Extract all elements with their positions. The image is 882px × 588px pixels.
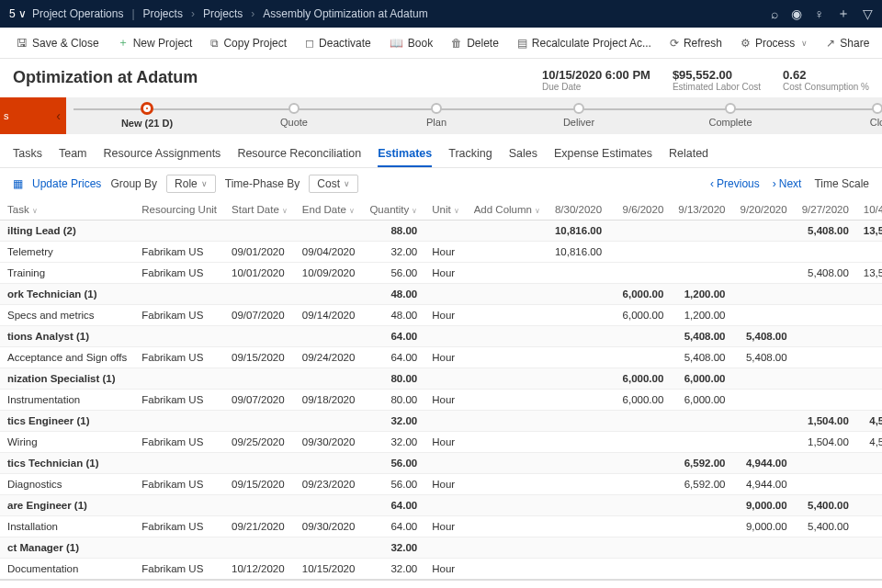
time-phase-label: Time-Phase By	[225, 177, 300, 190]
record-header: Optimization at Adatum 10/15/2020 6:00 P…	[0, 59, 882, 97]
group-by-label: Group By	[110, 177, 157, 190]
task-row[interactable]: TelemetryFabrikam US09/01/202009/04/2020…	[0, 242, 882, 263]
refresh-button[interactable]: ⟳Refresh	[662, 33, 729, 53]
task-row[interactable]: InstallationFabrikam US09/21/202009/30/2…	[0, 516, 882, 537]
grid-options-icon[interactable]: ▦	[13, 177, 23, 190]
col-date-2[interactable]: 9/13/2020	[671, 199, 732, 220]
task-row[interactable]: DocumentationFabrikam US10/12/202010/15/…	[0, 559, 882, 581]
tab-resource-reconciliation[interactable]: Resource Reconciliation	[237, 141, 361, 167]
col-unit[interactable]: Unit∨	[424, 199, 466, 220]
header-metric-0: 10/15/2020 6:00 PMDue Date	[542, 68, 650, 92]
estimates-toolbar: ▦ Update Prices Group By Role∨ Time-Phas…	[0, 168, 882, 199]
bpf-stage-5[interactable]: Clo	[850, 97, 882, 134]
tab-team[interactable]: Team	[59, 141, 87, 167]
bpf-collapse[interactable]: s‹	[0, 97, 66, 134]
copy-project-button[interactable]: ⧉Copy Project	[203, 33, 294, 53]
recalculate-button[interactable]: ▤Recalculate Project Ac...	[510, 33, 659, 53]
process-button[interactable]: ⚙Process∨	[733, 33, 815, 53]
topbar: 5 ∨ Project Operations | Projects › Proj…	[0, 0, 882, 28]
share-button[interactable]: ↗Share	[819, 33, 876, 53]
save-close-button[interactable]: 🖫Save & Close	[9, 33, 107, 53]
tab-expense-estimates[interactable]: Expense Estimates	[554, 141, 652, 167]
search-icon[interactable]: ⌕	[771, 6, 778, 21]
tab-resource-assignments[interactable]: Resource Assignments	[104, 141, 221, 167]
task-row[interactable]: WiringFabrikam US09/25/202009/30/202032.…	[0, 432, 882, 453]
col-start-date[interactable]: Start Date∨	[224, 199, 295, 220]
bpf-stage-1[interactable]: Quote	[266, 97, 322, 134]
bpf-stage-0[interactable]: New (21 D)	[119, 97, 175, 134]
col-end-date[interactable]: End Date∨	[295, 199, 363, 220]
task-row[interactable]: InstrumentationFabrikam US09/07/202009/1…	[0, 390, 882, 411]
totals-row: 10,816.0012,000.0019,200.0020,856.0015,3…	[0, 580, 882, 588]
tab-estimates[interactable]: Estimates	[378, 141, 432, 167]
bpf-stage-4[interactable]: Complete	[703, 97, 758, 134]
tab-related[interactable]: Related	[669, 141, 708, 167]
tab-tasks[interactable]: Tasks	[13, 141, 42, 167]
update-prices-button[interactable]: Update Prices	[32, 177, 101, 190]
col-date-0[interactable]: 8/30/2020	[548, 199, 609, 220]
next-button[interactable]: › Next	[773, 177, 802, 190]
group-by-select[interactable]: Role∨	[166, 175, 216, 193]
tab-sales[interactable]: Sales	[509, 141, 537, 167]
group-row[interactable]: are Engineer (1)64.009,000.005,400.00	[0, 495, 882, 516]
group-row[interactable]: nization Specialist (1)80.006,000.006,00…	[0, 368, 882, 390]
page-title: Optimization at Adatum	[13, 68, 542, 87]
group-row[interactable]: ilting Lead (2)88.0010,816.005,408.0013,…	[0, 220, 882, 242]
filter-icon[interactable]: ▽	[863, 6, 873, 21]
delete-button[interactable]: 🗑Delete	[444, 33, 506, 53]
time-phase-select[interactable]: Cost∨	[309, 175, 358, 193]
crumb-1[interactable]: Projects	[203, 7, 243, 20]
task-row[interactable]: TrainingFabrikam US10/01/202010/09/20205…	[0, 263, 882, 284]
time-scale-label: Time Scale	[814, 177, 869, 190]
estimates-grid: Task∨Resourcing UnitStart Date∨End Date∨…	[0, 199, 882, 588]
group-row[interactable]: ct Manager (1)32.00	[0, 537, 882, 559]
bpf-stage-bar: s‹ New (21 D)QuotePlanDeliverCompleteClo	[0, 97, 882, 134]
crumb-0[interactable]: Projects	[143, 7, 183, 20]
col-quantity[interactable]: Quantity∨	[362, 199, 424, 220]
task-icon[interactable]: ◉	[791, 6, 802, 21]
header-metric-1: $95,552.00Estimated Labor Cost	[673, 68, 761, 92]
col-date-5[interactable]: 10/4/2020	[856, 199, 882, 220]
group-row[interactable]: tics Engineer (1)32.001,504.004,512.00	[0, 411, 882, 432]
group-row[interactable]: tics Technician (1)56.006,592.004,944.00	[0, 453, 882, 474]
header-metric-2: 0.62Cost Consumption %	[783, 68, 869, 92]
tab-tracking[interactable]: Tracking	[448, 141, 492, 167]
col-date-4[interactable]: 9/27/2020	[795, 199, 856, 220]
task-row[interactable]: DiagnosticsFabrikam US09/15/202009/23/20…	[0, 474, 882, 495]
bulb-icon[interactable]: ♀	[815, 6, 825, 21]
group-row[interactable]: ork Technician (1)48.006,000.001,200.00	[0, 284, 882, 305]
book-button[interactable]: 📖Book	[382, 33, 440, 53]
add-icon[interactable]: ＋	[837, 6, 850, 22]
col-date-1[interactable]: 9/6/2020	[609, 199, 671, 220]
bpf-stage-3[interactable]: Deliver	[551, 97, 606, 134]
app-switcher[interactable]: 5 ∨	[9, 7, 27, 20]
task-row[interactable]: Acceptance and Sign offsFabrikam US09/15…	[0, 347, 882, 368]
bpf-stage-2[interactable]: Plan	[409, 97, 464, 134]
new-project-button[interactable]: ＋New Project	[110, 31, 200, 54]
form-tabs: TasksTeamResource AssignmentsResource Re…	[0, 134, 882, 168]
col-task[interactable]: Task∨	[0, 199, 134, 220]
command-bar: 🖫Save & Close ＋New Project ⧉Copy Project…	[0, 28, 882, 59]
group-row[interactable]: tions Analyst (1)64.005,408.005,408.00	[0, 326, 882, 347]
deactivate-button[interactable]: ◻Deactivate	[298, 33, 379, 53]
task-row[interactable]: Specs and metricsFabrikam US09/07/202009…	[0, 305, 882, 326]
previous-button[interactable]: ‹ Previous	[710, 177, 760, 190]
col-add-column[interactable]: Add Column∨	[467, 199, 548, 220]
app-name[interactable]: Project Operations	[32, 7, 123, 20]
col-resourcing-unit[interactable]: Resourcing Unit	[134, 199, 224, 220]
col-date-3[interactable]: 9/20/2020	[732, 199, 794, 220]
crumb-2[interactable]: Assembly Optimization at Adatum	[263, 7, 427, 20]
